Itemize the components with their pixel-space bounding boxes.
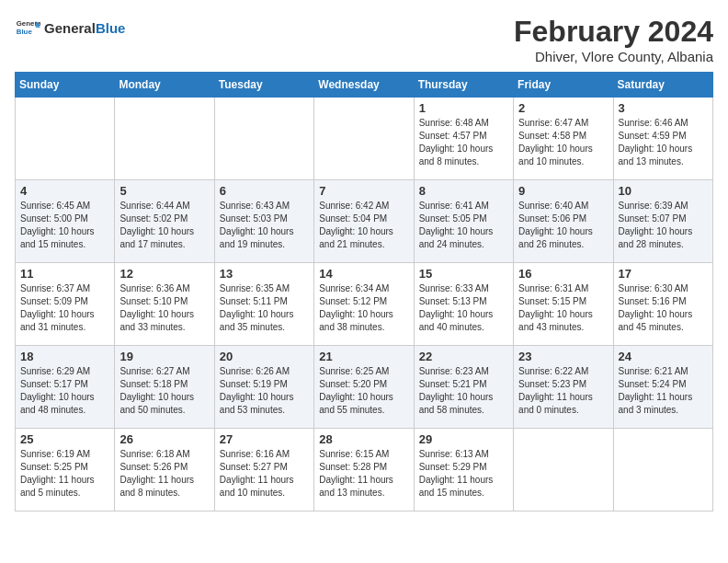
calendar-cell: 16Sunrise: 6:31 AM Sunset: 5:15 PM Dayli… — [514, 263, 613, 346]
cell-info: Sunrise: 6:13 AM Sunset: 5:29 PM Dayligh… — [419, 448, 508, 500]
calendar-cell: 17Sunrise: 6:30 AM Sunset: 5:16 PM Dayli… — [613, 263, 712, 346]
cell-info: Sunrise: 6:44 AM Sunset: 5:02 PM Dayligh… — [119, 200, 209, 251]
cell-info: Sunrise: 6:35 AM Sunset: 5:11 PM Dayligh… — [220, 282, 309, 334]
calendar-cell: 19Sunrise: 6:27 AM Sunset: 5:18 PM Dayli… — [115, 346, 214, 429]
date-number: 9 — [518, 184, 608, 198]
calendar-cell: 9Sunrise: 6:40 AM Sunset: 5:06 PM Daylig… — [514, 180, 613, 263]
cell-info: Sunrise: 6:23 AM Sunset: 5:21 PM Dayligh… — [419, 365, 508, 417]
date-number: 12 — [119, 267, 209, 281]
date-number: 8 — [419, 184, 508, 198]
cell-info: Sunrise: 6:22 AM Sunset: 5:23 PM Dayligh… — [518, 365, 608, 417]
day-header-thursday: Thursday — [414, 73, 513, 98]
calendar-cell: 22Sunrise: 6:23 AM Sunset: 5:21 PM Dayli… — [414, 346, 513, 429]
date-number: 27 — [220, 432, 309, 446]
logo-icon: General Blue — [15, 15, 40, 40]
page-header: General Blue GeneralBlue February 2024 D… — [15, 15, 713, 64]
cell-info: Sunrise: 6:42 AM Sunset: 5:04 PM Dayligh… — [319, 200, 408, 251]
cell-info: Sunrise: 6:21 AM Sunset: 5:24 PM Dayligh… — [619, 365, 708, 417]
calendar-cell — [514, 429, 613, 511]
date-number: 5 — [119, 184, 209, 198]
date-number: 22 — [419, 350, 508, 363]
calendar-cell: 28Sunrise: 6:15 AM Sunset: 5:28 PM Dayli… — [314, 429, 414, 511]
calendar-cell: 14Sunrise: 6:34 AM Sunset: 5:12 PM Dayli… — [314, 263, 414, 346]
calendar-cell: 12Sunrise: 6:36 AM Sunset: 5:10 PM Dayli… — [115, 263, 214, 346]
cell-info: Sunrise: 6:15 AM Sunset: 5:28 PM Dayligh… — [319, 448, 408, 500]
date-number: 6 — [220, 184, 309, 198]
calendar-cell: 20Sunrise: 6:26 AM Sunset: 5:19 PM Dayli… — [214, 346, 313, 429]
calendar-cell: 15Sunrise: 6:33 AM Sunset: 5:13 PM Dayli… — [414, 263, 513, 346]
day-header-sunday: Sunday — [16, 73, 115, 98]
page-subtitle: Dhiver, Vlore County, Albania — [514, 49, 713, 64]
calendar-cell: 13Sunrise: 6:35 AM Sunset: 5:11 PM Dayli… — [214, 263, 313, 346]
calendar-cell — [115, 98, 214, 180]
calendar-cell: 3Sunrise: 6:46 AM Sunset: 4:59 PM Daylig… — [613, 98, 712, 180]
calendar-cell: 23Sunrise: 6:22 AM Sunset: 5:23 PM Dayli… — [514, 346, 613, 429]
date-number: 15 — [419, 267, 508, 281]
cell-info: Sunrise: 6:25 AM Sunset: 5:20 PM Dayligh… — [319, 365, 408, 417]
day-header-monday: Monday — [115, 73, 214, 98]
cell-info: Sunrise: 6:43 AM Sunset: 5:03 PM Dayligh… — [220, 200, 309, 251]
cell-info: Sunrise: 6:46 AM Sunset: 4:59 PM Dayligh… — [619, 117, 708, 168]
date-number: 23 — [518, 350, 608, 363]
date-number: 2 — [518, 101, 608, 115]
calendar-cell: 7Sunrise: 6:42 AM Sunset: 5:04 PM Daylig… — [314, 180, 414, 263]
cell-info: Sunrise: 6:18 AM Sunset: 5:26 PM Dayligh… — [119, 448, 209, 500]
cell-info: Sunrise: 6:37 AM Sunset: 5:09 PM Dayligh… — [20, 282, 109, 334]
date-number: 4 — [20, 184, 109, 198]
calendar-cell: 29Sunrise: 6:13 AM Sunset: 5:29 PM Dayli… — [414, 429, 513, 511]
svg-text:Blue: Blue — [17, 28, 33, 36]
calendar-cell: 18Sunrise: 6:29 AM Sunset: 5:17 PM Dayli… — [16, 346, 115, 429]
day-header-tuesday: Tuesday — [214, 73, 313, 98]
calendar-cell: 2Sunrise: 6:47 AM Sunset: 4:58 PM Daylig… — [514, 98, 613, 180]
day-header-friday: Friday — [514, 73, 613, 98]
calendar-table: SundayMondayTuesdayWednesdayThursdayFrid… — [15, 72, 713, 511]
date-number: 24 — [619, 350, 708, 363]
calendar-cell: 21Sunrise: 6:25 AM Sunset: 5:20 PM Dayli… — [314, 346, 414, 429]
calendar-cell: 25Sunrise: 6:19 AM Sunset: 5:25 PM Dayli… — [16, 429, 115, 511]
calendar-cell — [314, 98, 414, 180]
day-header-wednesday: Wednesday — [314, 73, 414, 98]
calendar-cell: 10Sunrise: 6:39 AM Sunset: 5:07 PM Dayli… — [613, 180, 712, 263]
cell-info: Sunrise: 6:26 AM Sunset: 5:19 PM Dayligh… — [220, 365, 309, 417]
cell-info: Sunrise: 6:33 AM Sunset: 5:13 PM Dayligh… — [419, 282, 508, 334]
date-number: 21 — [319, 350, 408, 363]
cell-info: Sunrise: 6:36 AM Sunset: 5:10 PM Dayligh… — [119, 282, 209, 334]
cell-info: Sunrise: 6:30 AM Sunset: 5:16 PM Dayligh… — [619, 282, 708, 334]
calendar-cell: 4Sunrise: 6:45 AM Sunset: 5:00 PM Daylig… — [16, 180, 115, 263]
date-number: 3 — [619, 101, 708, 115]
calendar-cell: 8Sunrise: 6:41 AM Sunset: 5:05 PM Daylig… — [414, 180, 513, 263]
date-number: 14 — [319, 267, 408, 281]
week-row-1: 1Sunrise: 6:48 AM Sunset: 4:57 PM Daylig… — [16, 98, 713, 180]
date-number: 17 — [619, 267, 708, 281]
week-row-2: 4Sunrise: 6:45 AM Sunset: 5:00 PM Daylig… — [16, 180, 713, 263]
logo: General Blue GeneralBlue — [15, 15, 125, 40]
date-number: 26 — [119, 432, 209, 446]
cell-info: Sunrise: 6:48 AM Sunset: 4:57 PM Dayligh… — [419, 117, 508, 168]
date-number: 25 — [20, 432, 109, 446]
date-number: 10 — [619, 184, 708, 198]
calendar-cell: 1Sunrise: 6:48 AM Sunset: 4:57 PM Daylig… — [414, 98, 513, 180]
cell-info: Sunrise: 6:47 AM Sunset: 4:58 PM Dayligh… — [518, 117, 608, 168]
cell-info: Sunrise: 6:19 AM Sunset: 5:25 PM Dayligh… — [20, 448, 109, 500]
date-number: 7 — [319, 184, 408, 198]
date-number: 1 — [419, 101, 508, 115]
date-number: 13 — [220, 267, 309, 281]
date-number: 28 — [319, 432, 408, 446]
cell-info: Sunrise: 6:41 AM Sunset: 5:05 PM Dayligh… — [419, 200, 508, 251]
title-area: February 2024 Dhiver, Vlore County, Alba… — [514, 15, 713, 64]
page-title: February 2024 — [514, 15, 713, 49]
date-number: 11 — [20, 267, 109, 281]
calendar-cell: 26Sunrise: 6:18 AM Sunset: 5:26 PM Dayli… — [115, 429, 214, 511]
logo-general-text: General — [44, 20, 96, 36]
date-number: 29 — [419, 432, 508, 446]
calendar-cell: 5Sunrise: 6:44 AM Sunset: 5:02 PM Daylig… — [115, 180, 214, 263]
cell-info: Sunrise: 6:29 AM Sunset: 5:17 PM Dayligh… — [20, 365, 109, 417]
cell-info: Sunrise: 6:40 AM Sunset: 5:06 PM Dayligh… — [518, 200, 608, 251]
day-header-saturday: Saturday — [613, 73, 712, 98]
date-number: 20 — [220, 350, 309, 363]
header-row: SundayMondayTuesdayWednesdayThursdayFrid… — [16, 73, 713, 98]
calendar-cell: 27Sunrise: 6:16 AM Sunset: 5:27 PM Dayli… — [214, 429, 313, 511]
calendar-cell — [214, 98, 313, 180]
date-number: 19 — [119, 350, 209, 363]
date-number: 18 — [20, 350, 109, 363]
